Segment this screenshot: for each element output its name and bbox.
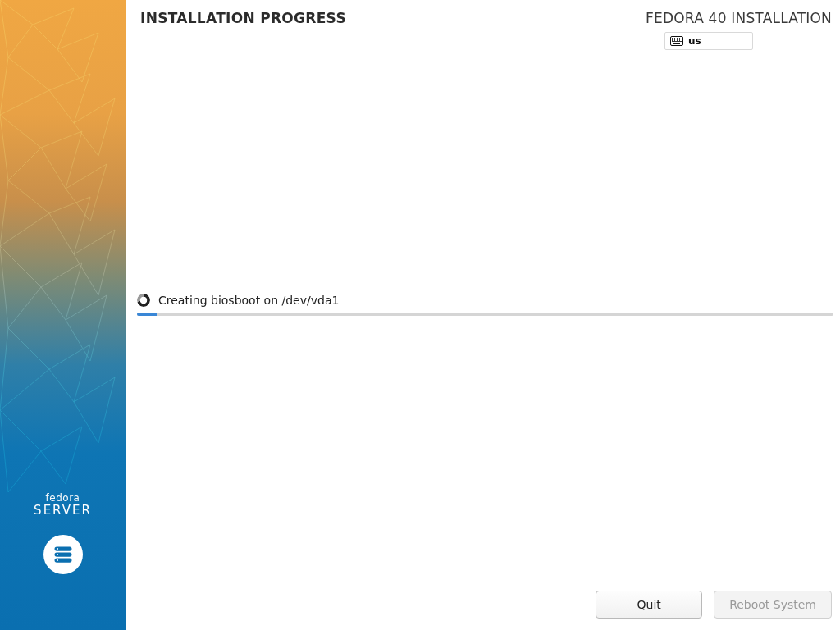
progress-bar xyxy=(137,313,833,316)
quit-button[interactable]: Quit xyxy=(596,591,702,619)
svg-point-3 xyxy=(56,548,57,550)
main-panel: INSTALLATION PROGRESS FEDORA 40 INSTALLA… xyxy=(126,0,840,630)
reboot-button: Reboot System xyxy=(714,591,832,619)
progress-status-text: Creating biosboot on /dev/vda1 xyxy=(158,294,339,307)
footer-button-row: Quit Reboot System xyxy=(126,591,832,620)
fedora-server-logo xyxy=(43,535,83,574)
svg-point-4 xyxy=(56,554,57,555)
keyboard-layout-label: us xyxy=(688,35,701,47)
progress-status-row: Creating biosboot on /dev/vda1 xyxy=(137,294,833,307)
product-title: FEDORA 40 INSTALLATION xyxy=(646,10,832,26)
svg-point-5 xyxy=(56,559,57,561)
spinner-icon xyxy=(137,294,150,307)
keyboard-layout-selector[interactable]: us xyxy=(664,32,753,50)
keyboard-icon xyxy=(670,36,683,46)
server-stack-icon xyxy=(52,543,75,566)
brand-name: fedora xyxy=(0,492,126,504)
sidebar-branding: fedora SERVER xyxy=(0,492,126,518)
sidebar: fedora SERVER xyxy=(0,0,126,630)
page-title: INSTALLATION PROGRESS xyxy=(140,10,346,26)
progress-bar-fill xyxy=(137,313,158,316)
reboot-button-label: Reboot System xyxy=(729,598,816,611)
quit-button-label: Quit xyxy=(637,598,660,611)
brand-edition: SERVER xyxy=(0,503,126,518)
